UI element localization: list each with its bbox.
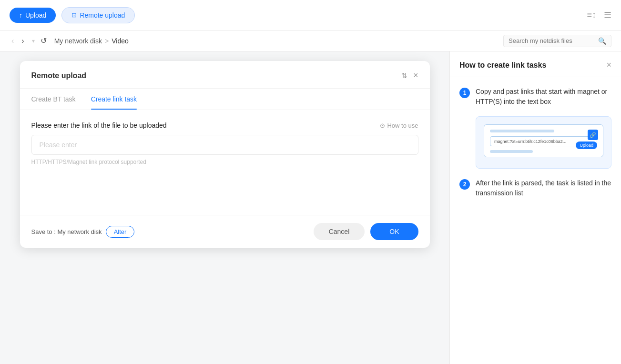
- save-to-label: Save to : My network disk: [31, 228, 102, 235]
- help-step-2: 2 After the link is parsed, the task is …: [459, 178, 611, 198]
- save-to: Save to : My network disk Alter: [31, 226, 135, 238]
- dropdown-arrow[interactable]: ▾: [30, 37, 37, 45]
- demo-bar: [490, 130, 554, 132]
- refresh-icon[interactable]: ↺: [41, 36, 47, 45]
- step-2-text: After the link is parsed, the task is li…: [476, 178, 611, 198]
- demo-bottom-bar: [490, 150, 533, 153]
- help-header: How to create link tasks ×: [450, 51, 621, 77]
- main-area: Remote upload ⇅ × Create BT task Create …: [0, 51, 621, 364]
- breadcrumb-current: Video: [112, 37, 129, 45]
- dialog-tabs: Create BT task Create link task: [20, 89, 430, 110]
- search-bar[interactable]: 🔍: [503, 35, 611, 47]
- toolbar: ↑ Upload ⊡ Remote upload ≡↕ ☰: [0, 0, 621, 30]
- nav-left: ‹ › ▾ ↺ My network disk > Video: [10, 36, 129, 46]
- demo-monitor: magnet:?xt=urn:btih:c12fe1c06bba2... 🔗 U…: [484, 124, 603, 157]
- tab-create-link-task[interactable]: Create link task: [91, 89, 137, 110]
- footer-buttons: Cancel OK: [314, 223, 418, 240]
- body-label: Please enter the link of the file to be …: [31, 121, 167, 129]
- tab-create-bt-task[interactable]: Create BT task: [31, 89, 76, 110]
- step-1-number: 1: [459, 88, 470, 98]
- help-title: How to create link tasks: [459, 61, 546, 70]
- remote-upload-dialog: Remote upload ⇅ × Create BT task Create …: [20, 61, 430, 248]
- help-body: 1 Copy and past links that start with ma…: [450, 77, 621, 217]
- menu-icon[interactable]: ☰: [604, 10, 611, 20]
- forward-arrow[interactable]: ›: [20, 36, 26, 46]
- help-step-1: 1 Copy and past links that start with ma…: [459, 87, 611, 107]
- toolbar-left: ↑ Upload ⊡ Remote upload: [10, 7, 135, 23]
- step-1-text: Copy and past links that start with magn…: [476, 87, 611, 107]
- dialog-title: Remote upload: [31, 71, 87, 80]
- breadcrumb-separator: >: [105, 37, 109, 45]
- alter-button[interactable]: Alter: [106, 226, 135, 238]
- navbar: ‹ › ▾ ↺ My network disk > Video 🔍: [0, 30, 621, 51]
- upload-icon: ↑: [19, 11, 22, 19]
- filter-icon[interactable]: ≡↕: [587, 10, 596, 20]
- back-arrow[interactable]: ‹: [10, 36, 16, 46]
- dialog-footer: Save to : My network disk Alter Cancel O…: [20, 215, 430, 248]
- sort-icon[interactable]: ⇅: [401, 71, 407, 80]
- remote-upload-button[interactable]: ⊡ Remote upload: [61, 7, 135, 23]
- demo-screenshot: magnet:?xt=urn:btih:c12fe1c06bba2... 🔗 U…: [476, 116, 611, 169]
- demo-upload-chip: Upload: [576, 142, 597, 149]
- breadcrumb-home[interactable]: My network disk: [54, 37, 102, 45]
- dialog-close-button[interactable]: ×: [413, 71, 418, 81]
- search-icon: 🔍: [598, 37, 606, 45]
- toolbar-right: ≡↕ ☰: [587, 10, 611, 20]
- upload-label: Upload: [25, 11, 46, 19]
- demo-link-icon: 🔗: [588, 130, 598, 140]
- step-2-number: 2: [459, 179, 470, 190]
- upload-button[interactable]: ↑ Upload: [10, 8, 56, 23]
- dialog-header-actions: ⇅ ×: [401, 71, 418, 81]
- left-panel: Remote upload ⇅ × Create BT task Create …: [0, 51, 449, 364]
- cancel-button[interactable]: Cancel: [314, 223, 365, 240]
- link-input[interactable]: [31, 135, 418, 155]
- dialog-body: Please enter the link of the file to be …: [20, 110, 430, 215]
- how-to-use-link[interactable]: ⊙ How to use: [380, 122, 418, 129]
- search-input[interactable]: [509, 37, 594, 44]
- ok-button[interactable]: OK: [370, 223, 418, 240]
- help-panel: How to create link tasks × 1 Copy and pa…: [449, 51, 621, 364]
- dialog-header: Remote upload ⇅ ×: [20, 61, 430, 89]
- remote-upload-label: Remote upload: [80, 11, 125, 19]
- breadcrumb: My network disk > Video: [54, 37, 129, 45]
- dialog-body-header: Please enter the link of the file to be …: [31, 121, 418, 129]
- help-close-button[interactable]: ×: [606, 60, 611, 70]
- question-icon: ⊙: [380, 122, 385, 129]
- protocol-hint: HTTP/HTTPS/Magnet link protocol supporte…: [31, 159, 418, 165]
- remote-upload-icon: ⊡: [71, 11, 77, 19]
